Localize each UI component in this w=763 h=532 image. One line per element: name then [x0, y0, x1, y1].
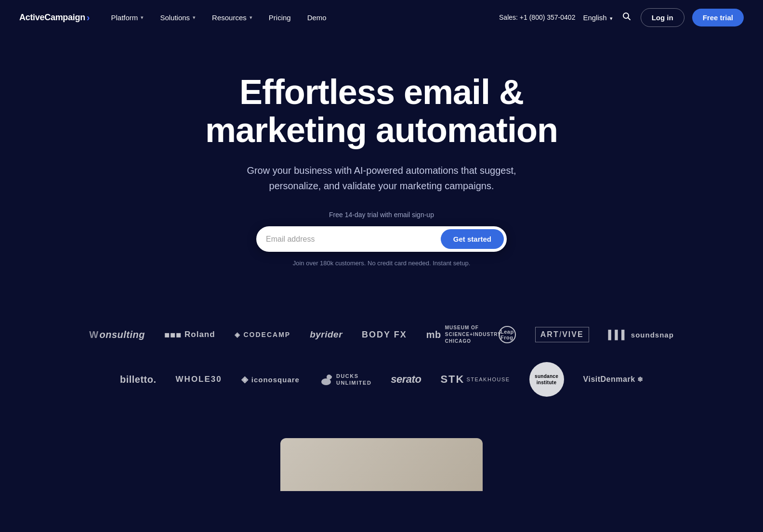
- logo-sundance: sundanceinstitute: [529, 362, 564, 397]
- logo-arrow: ›: [87, 12, 90, 23]
- logo-text: ActiveCampaign: [19, 13, 85, 23]
- svg-line-1: [628, 17, 630, 20]
- hero-subtitle: Grow your business with AI-powered autom…: [242, 163, 521, 194]
- nav-item-demo[interactable]: Demo: [301, 10, 333, 26]
- resources-chevron-icon: [249, 14, 252, 21]
- logos-row-1: Wonsulting ◼◼◼Roland ◈ CODECAMP byrider …: [29, 324, 734, 345]
- logo-ducks: DUCKSUNLIMITED: [319, 372, 371, 387]
- logo-soundsnap: ▌▌▌soundsnap: [608, 330, 674, 340]
- logo-museum: mb museum ofscience+industrychicago: [426, 324, 479, 345]
- logos-row-2: billetto. WHOLE30 ◈iconosquare DUCKSUNLI…: [29, 362, 734, 397]
- logo-roland: ◼◼◼Roland: [164, 330, 215, 339]
- language-chevron-icon: [609, 13, 613, 22]
- get-started-button[interactable]: Get started: [441, 229, 504, 249]
- platform-chevron-icon: [140, 14, 144, 21]
- logo-serato: serato: [391, 373, 421, 386]
- email-input[interactable]: [266, 231, 441, 247]
- preview-image: [280, 438, 483, 491]
- nav-item-resources[interactable]: Resources: [205, 10, 259, 26]
- hero-title: Effortless email & marketing automation: [165, 73, 598, 149]
- logo-leapfrog: LeapFrog: [499, 326, 516, 343]
- logo-artivive: ARTIVIVE: [535, 327, 589, 342]
- logo-byrider: byrider: [310, 329, 342, 340]
- nav-links: Platform Solutions Resources Pricing Dem…: [105, 10, 500, 26]
- nav-item-platform[interactable]: Platform: [105, 10, 151, 26]
- logo-visitdenmark: VisitDenmark ❄: [583, 375, 643, 384]
- hero-trial-label: Free 14-day trial with email sign-up: [329, 211, 434, 219]
- logo[interactable]: ActiveCampaign ›: [19, 12, 90, 23]
- sales-phone: Sales: +1 (800) 357-0402: [499, 13, 575, 21]
- hero-section: Effortless email & marketing automation …: [0, 35, 763, 296]
- free-trial-button[interactable]: Free trial: [692, 9, 744, 26]
- logo-whole30: WHOLE30: [176, 375, 222, 384]
- login-button[interactable]: Log in: [641, 8, 684, 27]
- navbar: ActiveCampaign › Platform Solutions Reso…: [0, 0, 763, 35]
- logo-billetto: billetto.: [120, 374, 157, 385]
- signup-form: Get started: [256, 226, 507, 252]
- logo-iconosquare: ◈iconosquare: [241, 374, 300, 385]
- logo-codecamp: ◈ CODECAMP: [235, 331, 291, 338]
- nav-right: Sales: +1 (800) 357-0402 English Log in …: [499, 8, 744, 27]
- solutions-chevron-icon: [192, 14, 196, 21]
- logo-stk: STK STEAKHOUSE: [440, 373, 510, 386]
- logo-bodyfx: BODY FX: [362, 330, 407, 340]
- customer-logos: Wonsulting ◼◼◼Roland ◈ CODECAMP byrider …: [0, 296, 763, 433]
- search-icon[interactable]: [620, 10, 633, 25]
- language-selector[interactable]: English: [583, 13, 612, 22]
- bottom-preview: [0, 433, 763, 491]
- nav-item-pricing[interactable]: Pricing: [262, 10, 298, 26]
- nav-item-solutions[interactable]: Solutions: [153, 10, 202, 26]
- logo-wonsulting: Wonsulting: [89, 329, 145, 340]
- hero-disclaimer: Join over 180k customers. No credit card…: [293, 260, 471, 267]
